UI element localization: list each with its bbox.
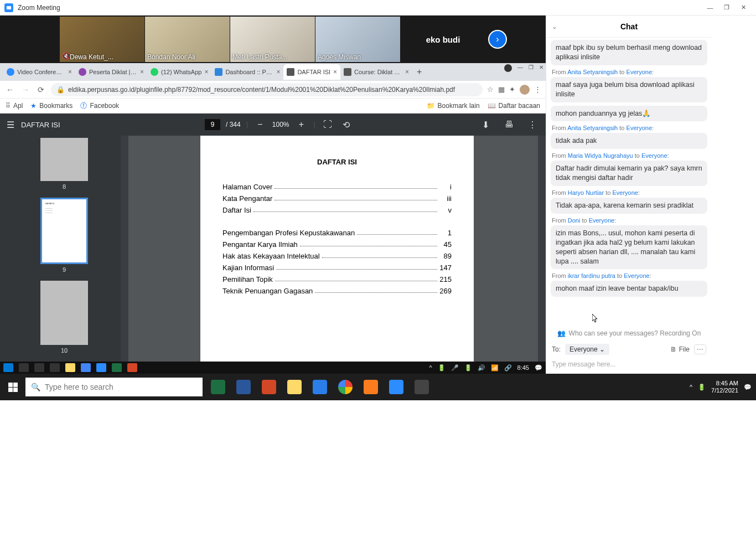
- pdf-body: 8 DAFTAR ISI────────────────── 9 10 DAFT…: [0, 136, 546, 362]
- url-field[interactable]: 🔒eldika.perpusnas.go.id/pluginfile.php/8…: [51, 83, 483, 96]
- taskbar-app-word[interactable]: [231, 376, 256, 398]
- tray-icon[interactable]: 🔗: [504, 364, 512, 371]
- reload-button[interactable]: ⟳: [35, 85, 46, 94]
- tray-icon[interactable]: 📶: [491, 364, 499, 371]
- pdf-menu-button[interactable]: ⋮: [526, 120, 539, 130]
- back-button[interactable]: ←: [4, 85, 15, 94]
- star-icon[interactable]: ☆: [487, 85, 494, 94]
- chat-messages[interactable]: maaf bpk ibu sy belum berhasil meng down…: [546, 38, 712, 326]
- chat-to-selector[interactable]: Everyone ⌄: [565, 344, 609, 355]
- taskbar-app-zoom[interactable]: [384, 376, 408, 398]
- chat-more-button[interactable]: ⋯: [694, 344, 706, 354]
- close-button[interactable]: ✕: [735, 1, 752, 14]
- inner-minimize-button[interactable]: —: [517, 64, 523, 72]
- zoom-titlebar: Zoom Meeting — ❐ ✕: [0, 0, 756, 16]
- tray-icon[interactable]: 🔊: [478, 364, 485, 371]
- browser-tab[interactable]: (12) WhatsApp×: [147, 64, 211, 80]
- extension-icon[interactable]: ▦: [498, 85, 505, 94]
- page-number-input[interactable]: [205, 119, 220, 130]
- tab-close-icon[interactable]: ×: [405, 68, 409, 76]
- battery-icon[interactable]: 🔋: [698, 384, 706, 391]
- tab-close-icon[interactable]: ×: [68, 68, 72, 76]
- chat-recording-info[interactable]: 👥 Who can see your messages? Recording O…: [546, 326, 712, 340]
- kebab-menu-icon[interactable]: ⋮: [534, 85, 541, 94]
- maximize-button[interactable]: ❐: [718, 1, 735, 14]
- taskbar-app[interactable]: [96, 363, 106, 372]
- taskbar-app[interactable]: [50, 363, 60, 372]
- bookmarks-shortcut[interactable]: ★Bookmarks: [30, 102, 73, 110]
- zoom-in-button[interactable]: +: [295, 120, 308, 130]
- browser-tab[interactable]: Video Conferencing×: [3, 64, 75, 80]
- gallery-next-button[interactable]: ›: [488, 30, 507, 49]
- new-tab-button[interactable]: +: [412, 67, 426, 77]
- participant-tile-name-only[interactable]: eko budi: [401, 17, 485, 62]
- participant-tile[interactable]: Meti Lastri Pusta...: [230, 17, 315, 62]
- taskbar-app-chrome[interactable]: [333, 376, 358, 398]
- taskbar-app-xampp[interactable]: [359, 376, 383, 398]
- tray-clock[interactable]: 8:45 AM 7/12/2021: [711, 380, 738, 394]
- taskbar-search[interactable]: 🔍Type here to search: [25, 378, 203, 396]
- browser-tab-active[interactable]: DAFTAR ISI×: [283, 64, 340, 80]
- page-scrollbar[interactable]: [538, 136, 546, 362]
- pdf-thumbnail-current[interactable]: DAFTAR ISI──────────────────: [40, 198, 88, 264]
- start-button[interactable]: [0, 374, 25, 400]
- browser-tab[interactable]: Dashboard :: Pusdik×: [211, 64, 283, 80]
- fit-page-button[interactable]: ⛶: [321, 120, 334, 130]
- inner-maximize-button[interactable]: ❐: [529, 64, 534, 72]
- taskbar-app[interactable]: [81, 363, 91, 372]
- pdf-thumbnail[interactable]: [40, 138, 88, 181]
- download-button[interactable]: ⬇: [479, 120, 493, 130]
- participant-tile[interactable]: 🔇Dewa Ketut_...: [60, 17, 144, 62]
- hamburger-icon[interactable]: ☰: [7, 120, 14, 130]
- participant-tile[interactable]: Bondan Noor Ali: [145, 17, 230, 62]
- reading-list[interactable]: 📖Daftar bacaan: [488, 102, 540, 110]
- taskbar-app-settings[interactable]: [410, 376, 434, 398]
- thumbnail-scrollbar[interactable]: [121, 136, 128, 362]
- taskbar-app-file-explorer[interactable]: [282, 376, 307, 398]
- tab-close-icon[interactable]: ×: [276, 68, 280, 76]
- tray-icon[interactable]: 🔋: [464, 364, 472, 371]
- tray-chevron-icon[interactable]: ^: [690, 384, 692, 390]
- profile-avatar[interactable]: [520, 85, 530, 95]
- chat-collapse-button[interactable]: ⌄: [552, 23, 557, 30]
- forward-button[interactable]: →: [20, 85, 31, 94]
- tab-close-icon[interactable]: ×: [140, 68, 144, 76]
- task-view-icon[interactable]: [34, 363, 44, 372]
- chat-bubble: maaf bpk ibu sy belum berhasil meng down…: [551, 40, 707, 65]
- chat-file-button[interactable]: 🗎File: [670, 345, 690, 353]
- tab-close-icon[interactable]: ×: [204, 68, 208, 76]
- lock-icon: 🔒: [56, 86, 65, 94]
- extensions-icon[interactable]: ✦: [509, 85, 515, 94]
- browser-tab[interactable]: Course: Diklat Auto×: [340, 64, 412, 80]
- tray-clock[interactable]: 8:45: [517, 364, 529, 371]
- other-bookmarks[interactable]: 📁Bookmark lain: [427, 102, 480, 110]
- tray-icon[interactable]: 🎤: [451, 364, 459, 371]
- search-icon[interactable]: [19, 363, 29, 372]
- minimize-button[interactable]: —: [702, 1, 718, 14]
- chat-input[interactable]: Type message here...: [546, 358, 712, 374]
- taskbar-app[interactable]: [112, 363, 122, 372]
- start-icon[interactable]: [3, 363, 13, 372]
- pdf-thumbnail[interactable]: [40, 281, 88, 345]
- taskbar-app-excel[interactable]: [206, 376, 230, 398]
- chat-bubble: mohon panduannya yg jelas🙏: [551, 106, 707, 122]
- zoom-out-button[interactable]: −: [253, 120, 267, 130]
- tray-icon[interactable]: 🔋: [438, 364, 446, 371]
- browser-tab[interactable]: Peserta Diklat | PUS×: [75, 64, 147, 80]
- participant-tile[interactable]: Agoes Miswan: [315, 17, 400, 62]
- apps-icon: ⠿: [6, 102, 11, 110]
- rotate-button[interactable]: ⟲: [340, 120, 353, 130]
- taskbar-app-powerpoint[interactable]: [257, 376, 281, 398]
- taskbar-app[interactable]: [65, 363, 75, 372]
- apps-shortcut[interactable]: ⠿Apl: [6, 102, 23, 110]
- tray-notification-icon[interactable]: 💬: [535, 364, 542, 371]
- toc-row: Daftar Isiv: [222, 206, 452, 214]
- tab-close-icon[interactable]: ×: [333, 68, 337, 76]
- notification-icon[interactable]: 💬: [744, 384, 752, 391]
- print-button[interactable]: 🖶: [503, 120, 516, 130]
- taskbar-app[interactable]: [127, 363, 137, 372]
- facebook-bookmark[interactable]: ⓕFacebook: [80, 101, 119, 111]
- inner-close-button[interactable]: ✕: [539, 64, 543, 72]
- tray-chevron-icon[interactable]: ^: [429, 364, 432, 371]
- taskbar-app-wps[interactable]: [308, 376, 332, 398]
